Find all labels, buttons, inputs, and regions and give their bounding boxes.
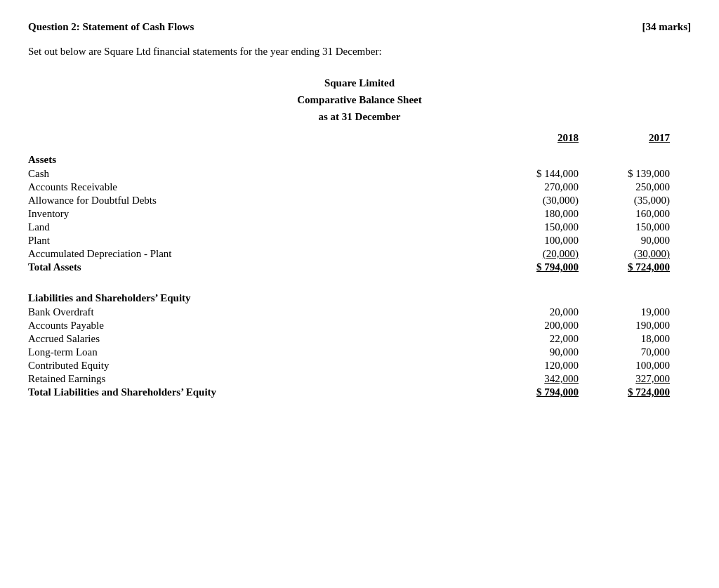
assets-col2-value: 160,000 [600,208,691,220]
liabilities-row: Retained Earnings342,000327,000 [28,372,691,386]
column-headers: 2018 2017 [28,132,691,144]
liabilities-rows: Bank Overdraft20,00019,000Accounts Payab… [28,306,691,386]
total-assets-col2: $ 724,000 [600,261,691,273]
assets-row: Accounts Receivable270,000250,000 [28,181,691,194]
assets-row: Plant100,00090,000 [28,234,691,247]
assets-row: Accumulated Depreciation - Plant(20,000)… [28,247,691,261]
liabilities-col2-value: 100,000 [600,360,691,372]
liabilities-col2-value: 18,000 [600,333,691,345]
assets-col1-value: (30,000) [508,195,600,207]
assets-section-label: Assets [28,154,691,166]
assets-col2-value: 90,000 [600,235,691,247]
assets-col2-value: 250,000 [600,181,691,193]
total-liabilities-col1: $ 794,000 [508,386,600,398]
assets-col1-value: 150,000 [508,221,600,233]
total-liabilities-col2: $ 724,000 [600,386,691,398]
total-liabilities-label: Total Liabilities and Shareholders’ Equi… [28,386,508,398]
liabilities-row-label: Contributed Equity [28,360,508,372]
liabilities-row-label: Bank Overdraft [28,306,508,318]
liabilities-row-label: Accounts Payable [28,320,508,332]
total-assets-row: Total Assets $ 794,000 $ 724,000 [28,261,691,274]
report-title-line3: as at 31 December [28,108,691,125]
assets-row: Land150,000150,000 [28,221,691,234]
liabilities-col1-value: 20,000 [508,306,600,318]
assets-row-label: Allowance for Doubtful Debts [28,195,508,207]
liabilities-col2-value: 190,000 [600,320,691,332]
assets-row-label: Accumulated Depreciation - Plant [28,248,508,260]
assets-row: Cash$ 144,000$ 139,000 [28,167,691,181]
assets-row-label: Accounts Receivable [28,181,508,193]
liabilities-row-label: Accrued Salaries [28,333,508,345]
assets-row-label: Land [28,221,508,233]
assets-col1-value: 270,000 [508,181,600,193]
assets-col1-value: (20,000) [508,248,600,260]
assets-rows: Cash$ 144,000$ 139,000Accounts Receivabl… [28,167,691,261]
liabilities-row: Long-term Loan90,00070,000 [28,346,691,359]
total-assets-col1: $ 794,000 [508,261,600,273]
intro-text: Set out below are Square Ltd financial s… [28,46,691,58]
report-title-line2: Comparative Balance Sheet [28,91,691,108]
liabilities-row-label: Retained Earnings [28,373,508,385]
liabilities-col1-value: 22,000 [508,333,600,345]
header-row: Question 2: Statement of Cash Flows [34 … [28,21,691,33]
liabilities-col1-value: 90,000 [508,346,600,358]
assets-col1-value: 180,000 [508,208,600,220]
assets-row: Allowance for Doubtful Debts(30,000)(35,… [28,194,691,207]
liabilities-col2-value: 70,000 [600,346,691,358]
assets-col2-value: (30,000) [600,248,691,260]
liabilities-col1-value: 120,000 [508,360,600,372]
total-liabilities-row: Total Liabilities and Shareholders’ Equi… [28,386,691,399]
assets-row: Inventory180,000160,000 [28,207,691,221]
total-assets-label: Total Assets [28,261,508,273]
assets-col1-value: 100,000 [508,235,600,247]
report-title: Square Limited Comparative Balance Sheet… [28,74,691,125]
liabilities-col1-value: 342,000 [508,373,600,385]
liabilities-col2-value: 327,000 [600,373,691,385]
assets-col2-value: (35,000) [600,195,691,207]
liabilities-row: Contributed Equity120,000100,000 [28,359,691,372]
marks-label: [34 marks] [642,21,691,33]
assets-col1-value: $ 144,000 [508,168,600,180]
liabilities-col1-value: 200,000 [508,320,600,332]
assets-row-label: Plant [28,235,508,247]
liabilities-col2-value: 19,000 [600,306,691,318]
assets-row-label: Inventory [28,208,508,220]
col2-header: 2017 [579,132,670,144]
liabilities-row-label: Long-term Loan [28,346,508,358]
liabilities-row: Bank Overdraft20,00019,000 [28,306,691,319]
liabilities-section-label: Liabilities and Shareholders’ Equity [28,292,691,304]
liabilities-row: Accrued Salaries22,00018,000 [28,332,691,346]
question-title: Question 2: Statement of Cash Flows [28,21,194,33]
assets-row-label: Cash [28,168,508,180]
col1-header: 2018 [487,132,579,144]
report-title-line1: Square Limited [28,74,691,91]
assets-col2-value: $ 139,000 [600,168,691,180]
liabilities-row: Accounts Payable200,000190,000 [28,319,691,332]
assets-col2-value: 150,000 [600,221,691,233]
report-container: Square Limited Comparative Balance Sheet… [28,74,691,399]
